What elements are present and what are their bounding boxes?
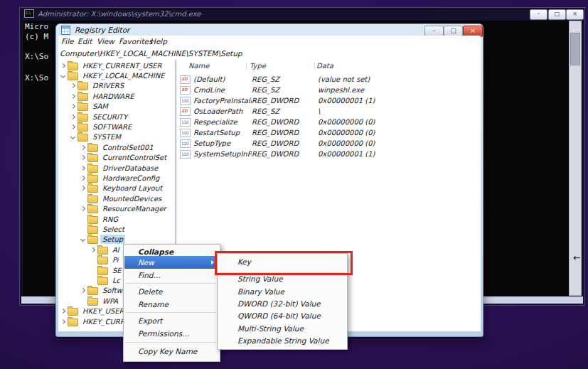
- context-menu-delete[interactable]: Delete: [124, 285, 219, 298]
- cursor-arrow-icon: ←: [573, 252, 581, 263]
- cmd-minimize-button[interactable]: –: [530, 9, 547, 20]
- folder-icon: [87, 226, 98, 234]
- chevron-right-icon[interactable]: [80, 205, 86, 212]
- chevron-right-icon[interactable]: [60, 319, 66, 325]
- column-header-name[interactable]: Name: [188, 60, 210, 71]
- folder-icon: [87, 216, 98, 224]
- cmd-close-button[interactable]: ×: [566, 9, 584, 20]
- menu-file[interactable]: File: [60, 36, 75, 48]
- context-menu: Collapse New Find... Delete Rename Expor…: [123, 244, 220, 362]
- tree-item-resourcemanager[interactable]: ResourceManager: [58, 204, 175, 214]
- chevron-none: [80, 298, 86, 304]
- context-menu-rename[interactable]: Rename: [124, 298, 219, 311]
- column-divider[interactable]: [314, 62, 315, 70]
- context-menu-find[interactable]: Find...: [124, 269, 219, 282]
- regedit-address-bar[interactable]: Computer\HKEY_LOCAL_MACHINE\SYSTEM\Setup: [58, 48, 481, 60]
- tree-item-driverdatabase[interactable]: DriverDatabase: [58, 163, 175, 173]
- menu-separator: [126, 342, 218, 343]
- menu-view[interactable]: View: [95, 36, 116, 48]
- chevron-right-icon[interactable]: [80, 154, 86, 161]
- value-row[interactable]: (Default)REG_SZ(value not set): [177, 74, 481, 85]
- tree-item-hkey-local-machine[interactable]: HKEY_LOCAL_MACHINE: [58, 70, 175, 80]
- chevron-none: [90, 267, 96, 274]
- dword-value-icon: [180, 129, 191, 137]
- tree-item-hardware[interactable]: HARDWARE: [58, 91, 175, 101]
- chevron-right-icon[interactable]: [70, 82, 76, 89]
- tree-item-system[interactable]: SYSTEM: [58, 132, 175, 142]
- menu-separator: [126, 312, 218, 313]
- submenu-expandable-string-value[interactable]: Expandable String Value: [218, 335, 346, 347]
- value-row[interactable]: RespecializeREG_DWORD0x00000000 (0): [177, 117, 481, 127]
- annotation-highlight-box: [215, 251, 353, 275]
- chevron-right-icon[interactable]: [80, 287, 86, 294]
- chevron-right-icon[interactable]: [80, 185, 86, 191]
- regedit-menubar: File Edit View Favorites Help: [58, 36, 481, 48]
- chevron-down-icon[interactable]: [80, 236, 86, 242]
- column-divider[interactable]: [246, 62, 247, 70]
- chevron-right-icon[interactable]: [90, 247, 96, 253]
- dword-value-icon: [180, 118, 191, 127]
- chevron-right-icon[interactable]: [70, 114, 76, 120]
- submenu-qword-value[interactable]: QWORD (64-bit) Value: [218, 310, 346, 322]
- menu-edit[interactable]: Edit: [76, 36, 93, 48]
- tree-item-security[interactable]: SECURITY: [58, 112, 175, 122]
- context-menu-export[interactable]: Export: [124, 314, 219, 327]
- value-row[interactable]: SystemSetupInP...REG_DWORD0x00000001 (1): [177, 149, 481, 159]
- column-header-data[interactable]: Data: [316, 60, 333, 71]
- value-row[interactable]: FactoryPreInstall...REG_DWORD0x00000001 …: [177, 95, 481, 106]
- console-line: (c) M: [25, 32, 48, 41]
- tree-item-sam[interactable]: SAM: [58, 102, 175, 112]
- registry-path: Computer\HKEY_LOCAL_MACHINE\SYSTEM\Setup: [60, 48, 242, 59]
- chevron-right-icon[interactable]: [80, 165, 86, 171]
- chevron-down-icon[interactable]: [70, 134, 76, 140]
- tree-item-hkey-current-user[interactable]: HKEY_CURRENT_USER: [58, 60, 175, 70]
- cmd-titlebar[interactable]: Administrator: X:\windows\system32\cmd.e…: [20, 8, 584, 19]
- string-value-icon: [180, 75, 191, 84]
- chevron-right-icon[interactable]: [70, 124, 76, 130]
- context-menu-permissions[interactable]: Permissions...: [124, 327, 219, 340]
- tree-item-controlset001[interactable]: ControlSet001: [58, 142, 175, 152]
- value-row[interactable]: RestartSetupREG_DWORD0x00000000 (0): [177, 127, 481, 138]
- regedit-titlebar[interactable]: Registry Editor: [56, 24, 483, 36]
- cmd-prompt-icon: [24, 9, 34, 18]
- value-row[interactable]: OsLoaderPathREG_SZ\: [177, 106, 481, 117]
- value-row[interactable]: CmdLineREG_SZwinpeshl.exe: [177, 85, 481, 95]
- column-header-type[interactable]: Type: [250, 60, 266, 71]
- folder-icon: [68, 73, 78, 80]
- tree-item-currentcontrolset[interactable]: CurrentControlSet: [58, 153, 175, 163]
- tree-item-drivers[interactable]: DRIVERS: [58, 81, 175, 91]
- context-menu-new[interactable]: New: [124, 256, 219, 269]
- submenu-binary-value[interactable]: Binary Value: [218, 286, 346, 298]
- chevron-right-icon[interactable]: [80, 144, 86, 151]
- folder-icon: [97, 247, 108, 255]
- submenu-multi-string-value[interactable]: Multi-String Value: [218, 323, 346, 335]
- chevron-none: [90, 257, 96, 263]
- value-row[interactable]: SetupTypeREG_DWORD0x00000000 (0): [177, 138, 481, 149]
- console-line: X:\So: [25, 52, 48, 61]
- tree-item-hardwareconfig[interactable]: HardwareConfig: [58, 173, 175, 183]
- tree-item-keyboard-layout[interactable]: Keyboard Layout: [58, 183, 175, 193]
- chevron-right-icon[interactable]: [60, 308, 66, 314]
- cmd-scrollbar-thumb[interactable]: [570, 33, 580, 65]
- chevron-none: [80, 196, 86, 202]
- chevron-right-icon[interactable]: [80, 175, 86, 181]
- regedit-window-title: Registry Editor: [75, 26, 129, 34]
- submenu-dword-value[interactable]: DWORD (32-bit) Value: [218, 298, 346, 310]
- chevron-right-icon[interactable]: [70, 93, 76, 100]
- tree-item-mounteddevices[interactable]: MountedDevices: [58, 193, 175, 203]
- folder-icon: [77, 82, 88, 90]
- chevron-right-icon[interactable]: [70, 103, 76, 109]
- tree-item-software[interactable]: SOFTWARE: [58, 122, 175, 132]
- chevron-right-icon[interactable]: [60, 63, 66, 69]
- folder-icon: [77, 134, 88, 141]
- context-menu-copy-key-name[interactable]: Copy Key Name: [124, 345, 219, 358]
- menu-help[interactable]: Help: [149, 36, 169, 48]
- tree-item-select[interactable]: Select: [58, 224, 175, 234]
- folder-icon: [97, 257, 108, 264]
- folder-icon: [87, 205, 98, 213]
- tree-item-rng[interactable]: RNG: [58, 214, 175, 224]
- chevron-none: [80, 226, 86, 232]
- folder-icon: [77, 103, 88, 111]
- cmd-maximize-button[interactable]: □: [548, 9, 566, 20]
- chevron-down-icon[interactable]: [60, 73, 66, 79]
